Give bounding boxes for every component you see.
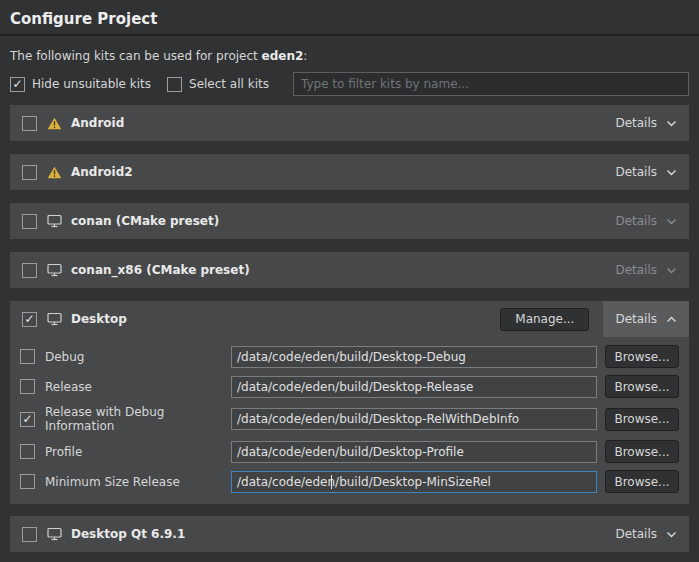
browse-button[interactable]: Browse... bbox=[605, 440, 679, 463]
kit-name: Desktop Qt 6.9.1 bbox=[71, 527, 185, 541]
kit-checkbox[interactable] bbox=[22, 116, 37, 131]
details-button[interactable]: Details bbox=[603, 516, 689, 552]
build-dir-input[interactable]: /data/code/eden/build/Desktop-Debug bbox=[231, 346, 597, 368]
config-label: Debug bbox=[45, 350, 231, 364]
select-all-kits-checkbox[interactable]: Select all kits bbox=[167, 77, 269, 92]
desktop-icon bbox=[47, 214, 62, 228]
build-dir-input[interactable]: /data/code/eden/build/Desktop-RelWithDeb… bbox=[231, 408, 597, 430]
build-dir-input[interactable]: /data/code/eden/build/Desktop-Profile bbox=[231, 441, 597, 463]
build-dir-input[interactable]: /data/code/eden/build/Desktop-Release bbox=[231, 376, 597, 398]
page-title: Configure Project bbox=[10, 10, 689, 28]
kits-subtitle: The following kits can be used for proje… bbox=[10, 49, 689, 63]
details-button[interactable]: Details bbox=[603, 301, 689, 337]
kit-filter-input[interactable] bbox=[293, 72, 689, 96]
browse-button[interactable]: Browse... bbox=[605, 345, 679, 368]
kit-section-desktop: Desktop Manage... Details Debug /data/co… bbox=[10, 301, 689, 504]
details-button[interactable]: Details bbox=[603, 105, 689, 141]
browse-button[interactable]: Browse... bbox=[605, 408, 679, 431]
details-label: Details bbox=[615, 214, 657, 228]
desktop-icon bbox=[47, 527, 62, 541]
kit-checkbox[interactable] bbox=[22, 165, 37, 180]
hide-unsuitable-kits-checkbox[interactable]: Hide unsuitable kits bbox=[10, 77, 151, 92]
desktop-icon bbox=[47, 263, 62, 277]
desktop-icon bbox=[47, 312, 62, 326]
details-label: Details bbox=[615, 116, 657, 130]
kit-row-android2[interactable]: Android2 Details bbox=[10, 154, 689, 190]
chevron-down-icon bbox=[666, 531, 677, 538]
checkbox-icon[interactable] bbox=[10, 77, 25, 92]
config-label: Minimum Size Release bbox=[45, 475, 231, 489]
build-config-row-release: Release /data/code/eden/build/Desktop-Re… bbox=[20, 375, 679, 398]
build-config-row-minsizerel: Minimum Size Release /data/code/eden/bui… bbox=[20, 470, 679, 493]
kit-row-android[interactable]: Android Details bbox=[10, 105, 689, 141]
desktop-build-configurations: Debug /data/code/eden/build/Desktop-Debu… bbox=[10, 337, 689, 504]
kit-row-conan-x86[interactable]: conan_x86 (CMake preset) Details bbox=[10, 252, 689, 288]
kit-name: conan (CMake preset) bbox=[71, 214, 219, 228]
config-label: Release with Debug Information bbox=[45, 405, 231, 433]
browse-button[interactable]: Browse... bbox=[605, 375, 679, 398]
kit-checkbox[interactable] bbox=[22, 527, 37, 542]
kit-name: conan_x86 (CMake preset) bbox=[71, 263, 250, 277]
kit-filter-controls: Hide unsuitable kits Select all kits bbox=[10, 72, 689, 96]
chevron-down-icon bbox=[666, 218, 677, 225]
kit-list: Android Details Android2 Details conan (… bbox=[10, 105, 689, 552]
details-button[interactable]: Details bbox=[603, 154, 689, 190]
build-config-row-debug: Debug /data/code/eden/build/Desktop-Debu… bbox=[20, 345, 679, 368]
chevron-up-icon bbox=[666, 316, 677, 323]
checkbox-icon[interactable] bbox=[167, 77, 182, 92]
config-checkbox[interactable] bbox=[20, 474, 35, 489]
config-checkbox[interactable] bbox=[20, 349, 35, 364]
kit-checkbox[interactable] bbox=[22, 214, 37, 229]
text-caret bbox=[331, 475, 332, 489]
checkbox-label: Select all kits bbox=[189, 77, 269, 91]
manage-kits-button[interactable]: Manage... bbox=[500, 308, 589, 331]
chevron-down-icon bbox=[666, 267, 677, 274]
config-label: Release bbox=[45, 380, 231, 394]
checkbox-label: Hide unsuitable kits bbox=[32, 77, 151, 91]
build-config-row-profile: Profile /data/code/eden/build/Desktop-Pr… bbox=[20, 440, 679, 463]
kit-checkbox[interactable] bbox=[22, 312, 37, 327]
project-name: eden2 bbox=[262, 49, 304, 63]
details-button[interactable]: Details bbox=[603, 252, 689, 288]
kit-row-desktop-qt[interactable]: Desktop Qt 6.9.1 Details bbox=[10, 516, 689, 552]
warning-icon bbox=[47, 166, 62, 179]
build-config-row-relwithdebinfo: Release with Debug Information /data/cod… bbox=[20, 405, 679, 433]
details-label: Details bbox=[615, 312, 657, 326]
config-checkbox[interactable] bbox=[20, 412, 35, 427]
details-label: Details bbox=[615, 165, 657, 179]
browse-button[interactable]: Browse... bbox=[605, 470, 679, 493]
kit-row-conan[interactable]: conan (CMake preset) Details bbox=[10, 203, 689, 239]
header-divider bbox=[0, 34, 699, 36]
chevron-down-icon bbox=[666, 169, 677, 176]
config-checkbox[interactable] bbox=[20, 379, 35, 394]
kit-name: Android bbox=[71, 116, 124, 130]
config-label: Profile bbox=[45, 445, 231, 459]
build-dir-input[interactable]: /data/code/eden/build/Desktop-MinSizeRel bbox=[231, 471, 597, 493]
warning-icon bbox=[47, 117, 62, 130]
kit-name: Android2 bbox=[71, 165, 133, 179]
chevron-down-icon bbox=[666, 120, 677, 127]
details-label: Details bbox=[615, 263, 657, 277]
config-checkbox[interactable] bbox=[20, 444, 35, 459]
kit-checkbox[interactable] bbox=[22, 263, 37, 278]
details-label: Details bbox=[615, 527, 657, 541]
kit-row-desktop[interactable]: Desktop Manage... Details bbox=[10, 301, 689, 337]
page-header: Configure Project bbox=[0, 0, 699, 36]
details-button[interactable]: Details bbox=[603, 203, 689, 239]
kit-name: Desktop bbox=[71, 312, 127, 326]
